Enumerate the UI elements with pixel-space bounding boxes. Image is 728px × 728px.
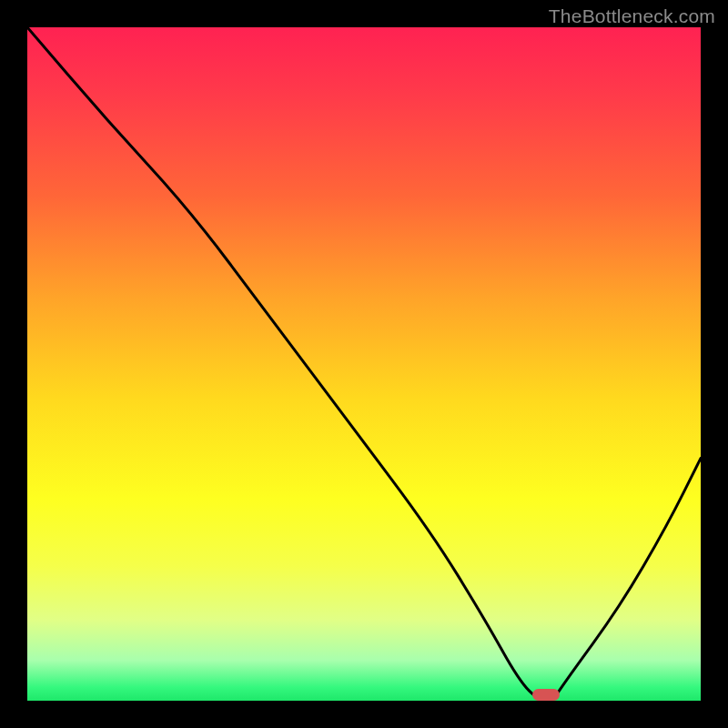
minimum-marker [532, 689, 560, 701]
chart-container: TheBottleneck.com [0, 0, 728, 728]
watermark-text: TheBottleneck.com [549, 5, 715, 27]
plot-area [27, 27, 701, 701]
bottleneck-curve [27, 27, 701, 701]
